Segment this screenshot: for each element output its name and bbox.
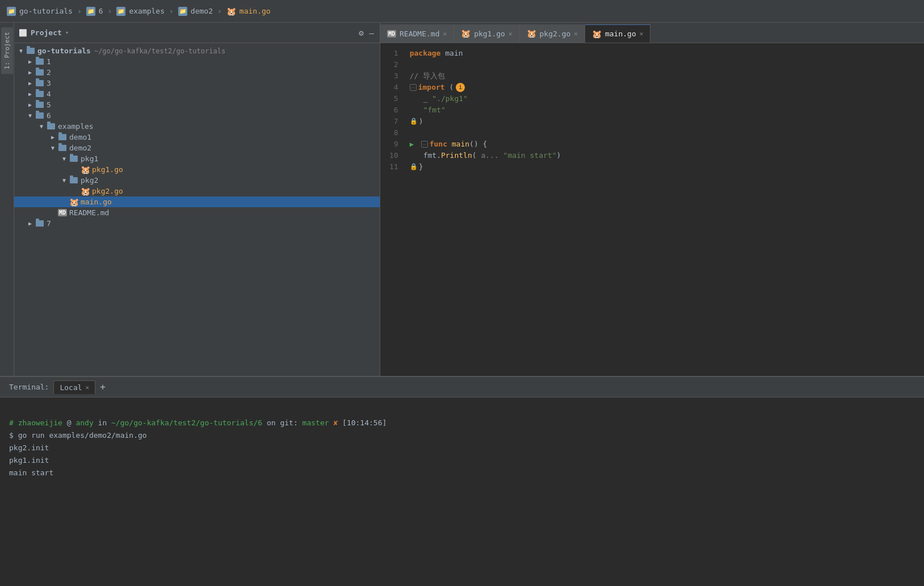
println-paren: ( [472, 150, 477, 161]
tab-maingo[interactable]: 🐹 main.go ✕ [585, 24, 650, 43]
tab-pkg2go-icon: 🐹 [527, 29, 536, 38]
str-main-start: "main start" [503, 150, 557, 161]
tab-pkg1go[interactable]: 🐹 pkg1.go ✕ [454, 24, 519, 43]
fn-paren-open: () [469, 139, 478, 150]
file-tree-header-left: ⬜ Project ▾ [19, 28, 69, 37]
tab-pkg2go-close[interactable]: ✕ [574, 30, 578, 37]
code-line-9: ▶ – func main() { [410, 139, 919, 150]
dot-1: . [436, 150, 441, 161]
terminal-output-3: main start [9, 467, 915, 479]
folder-icon-root [26, 47, 36, 55]
tree-item-pkg2-folder[interactable]: ▼ pkg2 [14, 175, 380, 186]
term-output-3-text: main start [9, 468, 53, 477]
breadcrumb-2: 6 [99, 7, 103, 15]
tree-item-5[interactable]: ▶ 5 [14, 99, 380, 110]
tree-root[interactable]: ▼ go-tutorials ~/go/go-kafka/test2/go-tu… [14, 45, 380, 56]
ln-5: 5 [389, 93, 398, 104]
breadcrumb-sep-2: › [108, 7, 112, 15]
tree-arrow-4: ▶ [26, 91, 35, 97]
str-fmt: "fmt" [423, 104, 446, 116]
tree-item-examples[interactable]: ▼ examples [14, 121, 380, 132]
tree-item-2[interactable]: ▶ 2 [14, 67, 380, 78]
minimize-icon[interactable]: – [368, 27, 375, 39]
ln-6: 6 [389, 104, 398, 116]
brace-close: } [419, 161, 423, 173]
folder-icon: 📁 [7, 7, 16, 16]
tree-root-label: go-tutorials [37, 47, 91, 55]
fold-icon-9[interactable]: – [421, 141, 428, 148]
tree-arrow-3: ▶ [26, 80, 35, 86]
run-indicator[interactable]: ▶ [410, 139, 414, 150]
file-tree-content: ▼ go-tutorials ~/go/go-kafka/test2/go-tu… [14, 43, 380, 376]
terminal-tab-local-label: Local [60, 383, 82, 392]
bottom-panel: Terminal: Local ✕ + # zhaoweijie @ andy … [0, 376, 924, 586]
tree-item-4[interactable]: ▶ 4 [14, 89, 380, 99]
code-content[interactable]: package main // 导入包 – import ( i _ [405, 48, 924, 371]
tree-item-3[interactable]: ▶ 3 [14, 78, 380, 89]
code-line-3: // 导入包 [410, 70, 919, 82]
tree-item-demo1[interactable]: ▶ demo1 [14, 132, 380, 143]
term-host: andy [75, 418, 93, 427]
ln-2: 2 [389, 59, 398, 70]
tab-readme-close[interactable]: ✕ [443, 30, 447, 37]
file-tree-panel: ⬜ Project ▾ ⚙ – ▼ go-tutorials ~/go/go-k… [14, 23, 380, 376]
fmt-pkg: fmt [423, 150, 436, 161]
fold-icon-4[interactable]: – [410, 84, 417, 91]
tree-item-6[interactable]: ▼ 6 [14, 110, 380, 121]
tree-item-readme[interactable]: ▶ MD README.md [14, 207, 380, 218]
code-line-2 [410, 59, 919, 70]
tree-label-6: 6 [47, 111, 51, 120]
terminal-tab-local[interactable]: Local ✕ [53, 380, 95, 394]
tree-item-maingo[interactable]: ▶ 🐹 main.go [14, 196, 380, 207]
ln-4: 4 [389, 82, 398, 93]
code-line-4: – import ( i [410, 82, 919, 93]
breadcrumb-3: examples [129, 7, 165, 15]
breadcrumb-1: go-tutorials [19, 7, 73, 15]
go-icon-main: 🐹 [69, 198, 79, 206]
tree-label-pkg2-folder: pkg2 [81, 176, 98, 185]
tree-arrow-pkg1: ▼ [60, 156, 69, 162]
lock-icon-11: 🔒 [410, 161, 418, 173]
tree-label-4: 4 [47, 90, 51, 98]
tree-item-pkg2go[interactable]: ▶ 🐹 pkg2.go [14, 186, 380, 196]
terminal-tab-close[interactable]: ✕ [86, 384, 90, 391]
folder-icon-3: 📁 [116, 7, 125, 16]
term-path: ~/go/go-kafka/test2/go-tutorials/6 [111, 418, 262, 427]
terminal-output-1: pkg2.init [9, 442, 915, 454]
editor-panel: MD README.md ✕ 🐹 pkg1.go ✕ 🐹 pkg2.go ✕ 🐹… [380, 23, 924, 376]
tree-item-pkg1go[interactable]: ▶ 🐹 pkg1.go [14, 164, 380, 175]
fn-println: Println [441, 150, 472, 161]
tree-label-demo2: demo2 [69, 144, 91, 152]
code-line-5: _ "./pkg1" [410, 93, 919, 104]
tree-item-demo2[interactable]: ▼ demo2 [14, 143, 380, 153]
paren-close: ) [419, 116, 423, 127]
ln-8: 8 [389, 127, 398, 139]
tree-item-pkg1-folder[interactable]: ▼ pkg1 [14, 153, 380, 164]
tab-maingo-close[interactable]: ✕ [640, 30, 644, 37]
tree-item-1[interactable]: ▶ 1 [14, 56, 380, 67]
file-tree-title: Project [31, 28, 62, 37]
tab-readme[interactable]: MD README.md ✕ [380, 24, 454, 43]
term-git-branch: master [303, 418, 329, 427]
code-line-10: fmt.Println( a... "main start") [410, 150, 919, 161]
tree-arrow-5: ▶ [26, 102, 35, 108]
folder-icon-pkg1 [69, 155, 79, 163]
folder-icon-1 [35, 58, 45, 66]
tree-arrow-root: ▼ [16, 48, 26, 54]
tab-pkg1go-close[interactable]: ✕ [509, 30, 513, 37]
breadcrumb-sep-4: › [217, 7, 222, 15]
settings-icon[interactable]: ⚙ [358, 27, 364, 39]
go-icon-pkg1: 🐹 [80, 166, 90, 174]
ln-3: 3 [389, 70, 398, 82]
tab-pkg2go[interactable]: 🐹 pkg2.go ✕ [520, 24, 585, 43]
tree-label-maingo: main.go [81, 198, 112, 206]
terminal-prompt-line: # zhaoweijie @ andy in ~/go/go-kafka/tes… [9, 417, 915, 429]
dropdown-arrow[interactable]: ▾ [65, 29, 69, 36]
go-icon-pkg2: 🐹 [80, 187, 90, 195]
side-tab-project[interactable]: 1: Project [1, 27, 13, 74]
folder-icon-3b [35, 79, 45, 87]
code-line-7: 🔒 ) [410, 116, 919, 127]
md-icon-readme: MD [57, 209, 68, 217]
tree-item-7[interactable]: ▶ 7 [14, 218, 380, 229]
terminal-add-button[interactable]: + [95, 379, 110, 395]
